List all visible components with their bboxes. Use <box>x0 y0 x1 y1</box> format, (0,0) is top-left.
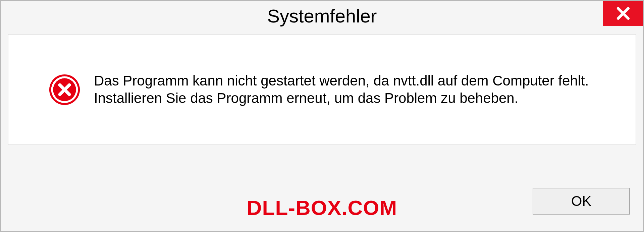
dialog-title: Systemfehler <box>267 5 377 27</box>
close-icon <box>615 5 632 22</box>
error-message: Das Programm kann nicht gestartet werden… <box>94 72 615 107</box>
error-dialog: Systemfehler Das Programm kann nicht ges… <box>0 0 644 232</box>
title-bar: Systemfehler <box>1 1 643 31</box>
close-button[interactable] <box>603 1 643 26</box>
dialog-footer: DLL-BOX.COM OK <box>1 181 643 231</box>
watermark-text: DLL-BOX.COM <box>247 196 397 220</box>
ok-button[interactable]: OK <box>533 188 630 215</box>
content-panel: Das Programm kann nicht gestartet werden… <box>8 34 636 145</box>
error-icon <box>49 74 80 106</box>
